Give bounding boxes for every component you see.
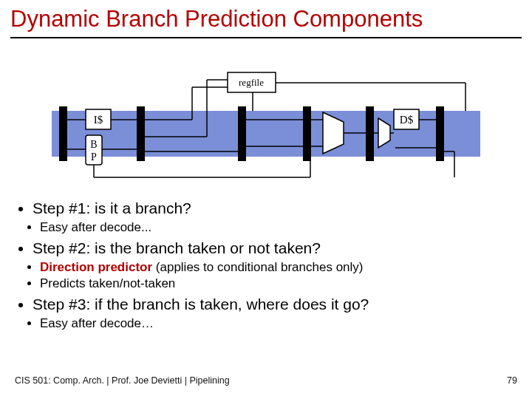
- step-2-sub: Direction predictor (applies to conditio…: [15, 260, 517, 291]
- dcache-label: D$: [400, 114, 414, 126]
- slide-title: Dynamic Branch Prediction Components: [10, 6, 522, 38]
- step-3: Step #3: if the branch is taken, where d…: [33, 296, 517, 313]
- bullet-list-3: Step #3: if the branch is taken, where d…: [15, 296, 517, 313]
- pipeline-svg: regfile I$ B P D$: [52, 66, 480, 185]
- icache-label: I$: [94, 114, 103, 126]
- step-1a: Easy after decode...: [40, 220, 517, 235]
- latch-2: [137, 106, 145, 161]
- step-1: Step #1: is it a branch?: [33, 200, 517, 217]
- bullet-list: Step #1: is it a branch?: [15, 200, 517, 217]
- latch-4: [303, 106, 311, 161]
- step-2b: Predicts taken/not-taken: [40, 276, 517, 291]
- content-body: Step #1: is it a branch? Easy after deco…: [15, 200, 517, 335]
- latch-6: [436, 106, 444, 161]
- latch-5: [366, 106, 374, 161]
- slide: Dynamic Branch Prediction Components reg…: [0, 0, 532, 399]
- direction-predictor-emph: Direction predictor: [40, 260, 152, 274]
- step-3-sub: Easy after decode…: [15, 316, 517, 331]
- step-2a: Direction predictor (applies to conditio…: [40, 260, 517, 275]
- bp-label-b: B: [90, 139, 97, 150]
- step-2: Step #2: is the branch taken or not take…: [33, 239, 517, 257]
- regfile-label: regfile: [239, 77, 264, 88]
- step-1-sub: Easy after decode...: [15, 220, 517, 235]
- step-2a-rest: (applies to conditional branches only): [152, 260, 363, 274]
- pipeline-diagram: regfile I$ B P D$: [52, 66, 480, 185]
- slide-number: 79: [507, 375, 517, 386]
- bullet-list-2: Step #2: is the branch taken or not take…: [15, 239, 517, 257]
- bp-label-p: P: [91, 151, 97, 163]
- footer-left: CIS 501: Comp. Arch. | Prof. Joe Deviett…: [15, 375, 230, 386]
- latch-1: [59, 106, 67, 161]
- latch-3: [238, 106, 246, 161]
- step-3a: Easy after decode…: [40, 316, 517, 331]
